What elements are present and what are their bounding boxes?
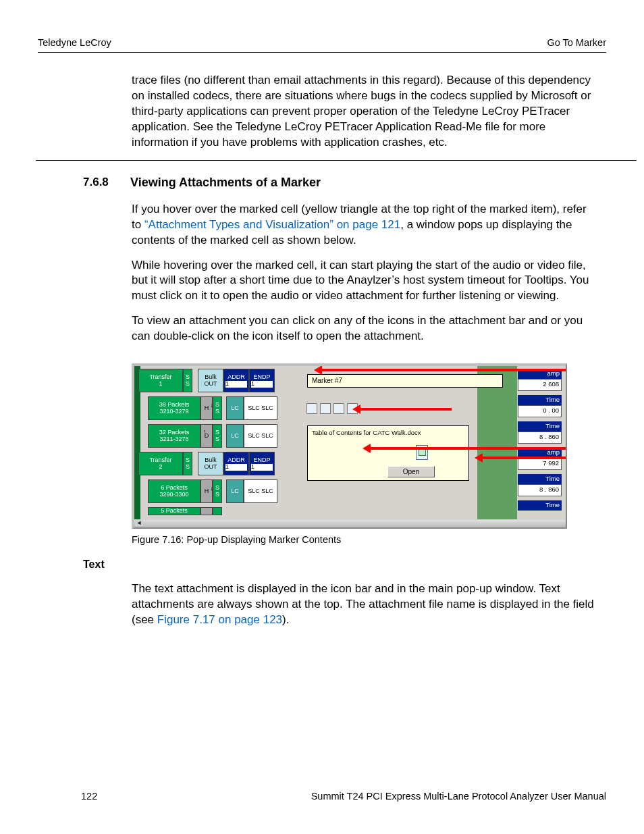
attach-icon[interactable] bbox=[320, 403, 331, 414]
ts-head: Time bbox=[518, 474, 562, 484]
attachment-popup: Table of Contents for CATC Walk.docx Ope… bbox=[307, 425, 469, 481]
open-button[interactable]: Open bbox=[387, 466, 435, 477]
marker-tooltip-text: Marker #7 bbox=[312, 377, 342, 384]
h-scrollbar[interactable] bbox=[134, 520, 566, 527]
para-3: To view an attachment you can click on a… bbox=[132, 313, 596, 344]
popup-filename: Table of Contents for CATC Walk.docx bbox=[312, 429, 464, 436]
background-band bbox=[477, 366, 517, 519]
section-divider bbox=[36, 160, 637, 161]
sub-heading-text: Text bbox=[83, 558, 610, 571]
attach-icon[interactable] bbox=[333, 403, 344, 414]
ts-val: 8 . 860 bbox=[518, 484, 562, 496]
attach-icon[interactable] bbox=[306, 403, 317, 414]
ts-val: 0 . 00 bbox=[518, 405, 562, 417]
figure-caption: Figure 7.16: Pop-up Displaying Marker Co… bbox=[132, 534, 610, 545]
para-4b: ). bbox=[282, 613, 289, 626]
para-2: While hovering over the marked cell, it … bbox=[132, 258, 596, 305]
ts-val: 7 992 bbox=[518, 458, 562, 470]
intro-paragraph: trace files (no different than email att… bbox=[132, 73, 596, 151]
section-number: 7.6.8 bbox=[83, 176, 118, 190]
header-right: Go To Marker bbox=[547, 37, 606, 48]
annotation-arrow bbox=[483, 457, 567, 459]
trace-row[interactable]: 5 Packets bbox=[138, 507, 307, 517]
ts-val: 8 . 860 bbox=[518, 432, 562, 444]
header-left: Teledyne LeCroy bbox=[38, 37, 111, 48]
attachment-icon-bar bbox=[306, 403, 358, 414]
annotation-arrow bbox=[360, 408, 452, 411]
page-number: 122 bbox=[81, 791, 97, 802]
timestamps-column: amp 2 608 Time 0 . 00 Time 8 . 860 amp 7… bbox=[518, 369, 562, 519]
trace-row[interactable]: Transfer2 SS BulkOUT ADDR1 ENDP1 bbox=[138, 452, 307, 475]
annotation-arrow bbox=[371, 447, 567, 450]
annotation-arrow bbox=[322, 369, 567, 371]
footer-title: Summit T24 PCI Express Multi-Lane Protoc… bbox=[311, 791, 606, 802]
trace-row[interactable]: 32 Packets3211-3278 ↑ D SS LC SLC SLC bbox=[138, 424, 307, 448]
para-1: If you hover over the marked cell (yello… bbox=[132, 202, 596, 249]
link-figure-7-17[interactable]: Figure 7.17 on page 123 bbox=[157, 613, 282, 626]
trace-row[interactable]: 38 Packets3210-3279 H ↓ SS LC SLC SLC bbox=[138, 396, 307, 420]
section-title: Viewing Attachments of a Marker bbox=[130, 176, 321, 190]
ts-head: Time bbox=[518, 421, 562, 432]
trace-row[interactable]: Transfer1 SS BulkOUT ADDR1 ENDP1 bbox=[138, 369, 307, 392]
screenshot-figure: Transfer1 SS BulkOUT ADDR1 ENDP1 38 Pack… bbox=[132, 363, 567, 529]
trace-area: Transfer1 SS BulkOUT ADDR1 ENDP1 38 Pack… bbox=[138, 369, 307, 519]
para-4: The text attachment is displayed in the … bbox=[132, 581, 596, 628]
link-attachment-types[interactable]: “Attachment Types and Visualization” on … bbox=[144, 218, 400, 231]
ts-head: Time bbox=[518, 395, 562, 405]
ts-head: Time bbox=[518, 500, 562, 511]
ts-val: 2 608 bbox=[518, 379, 562, 391]
marker-tooltip: Marker #7 bbox=[307, 374, 503, 388]
trace-row[interactable]: 6 Packets3290-3300 H ↓ SS LC SLC SLC bbox=[138, 479, 307, 503]
